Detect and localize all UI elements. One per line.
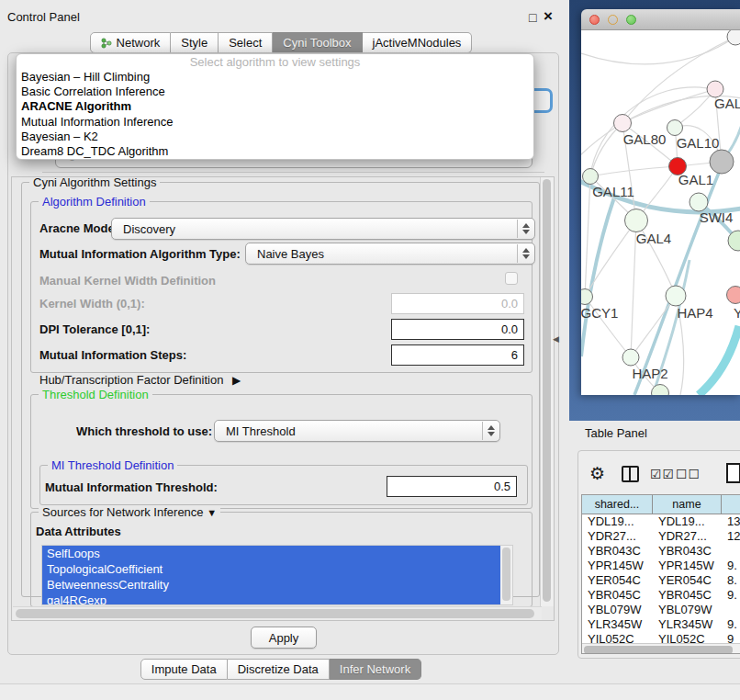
network-node[interactable] (652, 385, 669, 396)
apply-button[interactable]: Apply (251, 627, 317, 649)
table-cell: YER054C (653, 573, 722, 588)
attribute-item-gal4rgexp[interactable]: gal4RGexp (42, 593, 512, 605)
expand-right-icon: ▶ (232, 374, 241, 387)
network-edge[interactable] (699, 326, 739, 395)
table-row[interactable]: YBR043CYBR043C (582, 544, 740, 559)
mi-steps-input[interactable]: 6 (391, 344, 524, 366)
network-graph[interactable]: GALGAL80GAL10GAL1GAL11SWI4GAL4GCY1HAP4YH… (581, 30, 740, 395)
table-cell: 9 (722, 632, 740, 643)
mi-type-select[interactable]: Naive Bayes (245, 243, 535, 265)
hidden-groupbox-edge (42, 172, 544, 173)
attribute-item-betweennesscentrality[interactable]: BetweennessCentrality (42, 577, 512, 593)
attribute-table[interactable]: shared...name YDL19...YDL19...13YDR27...… (581, 494, 740, 654)
close-button[interactable]: × (544, 7, 553, 26)
table-row[interactable]: YLR345WYLR345W9. (582, 617, 740, 632)
aracne-mode-label: Aracne Mode: (39, 221, 118, 235)
tab-cyni-toolbox[interactable]: Cyni Toolbox (273, 32, 362, 53)
network-node-hap4[interactable] (666, 286, 686, 306)
table-cell: YDR27... (582, 529, 653, 544)
split-handle[interactable]: ◀ (553, 334, 559, 344)
stepper-icon (517, 244, 533, 263)
aracne-mode-value: Discovery (123, 222, 175, 236)
tab-network[interactable]: Network (90, 32, 172, 53)
network-node-y[interactable] (727, 287, 740, 304)
column-header-name[interactable]: name (653, 495, 722, 514)
network-view-window[interactable]: GALGAL80GAL10GAL1GAL11SWI4GAL4GCY1HAP4YH… (581, 9, 740, 395)
gear-icon[interactable]: ⚙ (589, 463, 605, 484)
dpi-tolerance-input[interactable]: 0.0 (391, 319, 524, 340)
table-cell: YBR043C (653, 544, 722, 559)
minimize-traffic-light-icon[interactable] (608, 15, 618, 25)
tab-label: Infer Network (340, 662, 410, 676)
network-edge[interactable] (590, 123, 622, 176)
kernel-width-input[interactable]: 0.0 (391, 293, 524, 314)
table-cell: YER054C (582, 573, 653, 588)
network-node-gal11[interactable] (583, 169, 599, 185)
network-node-gal80[interactable] (614, 115, 632, 132)
table-horizontal-scrollbar[interactable] (582, 643, 740, 654)
dropdown-item-mutual-information-inference[interactable]: Mutual Information Inference (17, 115, 533, 130)
network-node-hap2[interactable] (622, 349, 639, 366)
network-node-gal4[interactable] (625, 209, 648, 232)
zoom-traffic-light-icon[interactable] (626, 15, 636, 25)
table-row[interactable]: YBR045CYBR045C9. (582, 588, 740, 603)
tab-label: Style (181, 36, 207, 50)
tab-label: jActiveMNodules (373, 36, 462, 50)
table-row[interactable]: YIL052CYIL052C9 (582, 632, 740, 643)
bottom-tab-infer-network[interactable]: Infer Network (330, 659, 421, 680)
dropdown-item-bayesian-k2[interactable]: Bayesian – K2 (17, 130, 533, 144)
select-all-checkboxes-icon[interactable]: ☑☑ (650, 467, 675, 481)
table-row[interactable]: YDL19...YDL19...13 (582, 514, 740, 529)
which-threshold-select[interactable]: MI Threshold (214, 420, 500, 442)
bottom-tab-discretize-data[interactable]: Discretize Data (228, 659, 330, 680)
columns-icon[interactable] (622, 466, 639, 482)
column-header-shared-[interactable]: shared... (582, 495, 653, 514)
close-traffic-light-icon[interactable] (589, 15, 600, 25)
network-edge[interactable] (581, 37, 735, 64)
hub-section-toggle[interactable]: Hub/Transcription Factor Definition ▶ (39, 373, 241, 387)
settings-vertical-scrollbar[interactable] (540, 177, 554, 606)
network-window-titlebar[interactable] (581, 9, 740, 30)
aracne-mode-select[interactable]: Discovery (111, 218, 535, 240)
network-node-swi4[interactable] (690, 193, 708, 211)
dropdown-item-dream8-dc-tdc-algorithm[interactable]: Dream8 DC_TDC Algorithm (17, 144, 533, 159)
network-node-gcy1[interactable] (581, 289, 593, 305)
dropdown-item-aracne-algorithm[interactable]: ARACNE Algorithm (17, 99, 533, 114)
deselect-all-checkboxes-icon[interactable]: ☐☐ (676, 467, 701, 481)
network-node-label: GAL1 (678, 172, 713, 187)
column-header-2[interactable] (722, 495, 740, 514)
attribute-item-selfloops[interactable]: SelfLoops (42, 546, 512, 561)
table-row[interactable]: YBL079WYBL079W (582, 603, 740, 617)
threshold-definition-legend: Threshold Definition (39, 388, 152, 401)
settings-scroll-pane: Cyni Algorithm Settings Algorithm Defini… (11, 176, 555, 621)
network-edge[interactable] (590, 166, 678, 176)
tab-select[interactable]: Select (219, 32, 273, 53)
table-row[interactable]: YPR145WYPR145W9. (582, 559, 740, 573)
dropdown-item-bayesian-hill-climbing[interactable]: Bayesian – Hill Climbing (17, 70, 533, 85)
settings-horizontal-scrollbar[interactable] (13, 606, 542, 621)
mi-threshold-input[interactable]: 0.5 (387, 476, 517, 497)
mi-type-value: Naive Bayes (257, 247, 324, 261)
table-row[interactable]: YER054CYER054C8. (582, 573, 740, 588)
table-row[interactable]: YDR27...YDR27...12 (582, 529, 740, 544)
new-table-icon[interactable] (726, 463, 740, 483)
network-node[interactable] (727, 30, 740, 45)
network-node-gal10[interactable] (667, 120, 683, 136)
data-attributes-list[interactable]: SelfLoopsTopologicalCoefficientBetweenne… (41, 545, 513, 605)
tab-style[interactable]: Style (171, 32, 219, 53)
attr-list-scrollbar[interactable] (500, 546, 512, 605)
network-edge[interactable] (585, 176, 590, 297)
kernel-width-label: Kernel Width (0,1): (39, 297, 145, 310)
network-canvas-area[interactable]: GALGAL80GAL10GAL1GAL11SWI4GAL4GCY1HAP4YH… (581, 30, 740, 395)
attribute-item-topologicalcoefficient[interactable]: TopologicalCoefficient (42, 561, 512, 577)
bottom-tab-impute-data[interactable]: Impute Data (140, 659, 228, 680)
mi-threshold-label: Mutual Information Threshold: (45, 480, 218, 494)
network-node[interactable] (710, 150, 734, 174)
tab-label: Network (117, 36, 161, 50)
tab-jactivemnodules[interactable]: jActiveMNodules (363, 32, 473, 53)
which-threshold-label: Which threshold to use: (76, 424, 212, 438)
float-window-button[interactable]: □ (529, 10, 536, 25)
sources-legend[interactable]: Sources for Network Inference ▼ (39, 505, 220, 519)
manual-kernel-checkbox[interactable] (505, 272, 518, 285)
dropdown-item-basic-correlation-inference[interactable]: Basic Correlation Inference (17, 85, 533, 99)
